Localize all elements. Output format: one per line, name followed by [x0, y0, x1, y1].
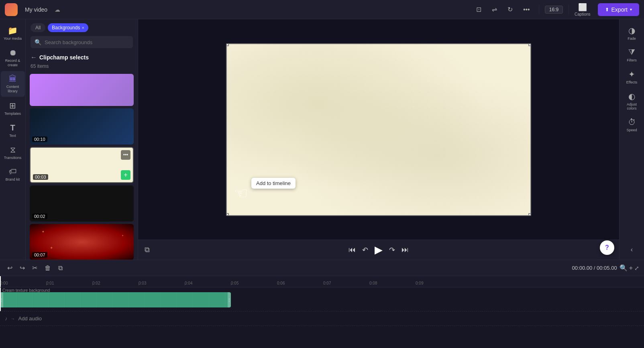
- thumb-add-button[interactable]: +: [121, 170, 130, 180]
- search-box[interactable]: 🔍: [31, 36, 133, 48]
- redo-button[interactable]: ↪: [17, 263, 27, 273]
- track-clip-label: Cream texture background: [2, 288, 50, 293]
- effects-icon: ✦: [628, 69, 635, 79]
- list-item[interactable]: ••• 00:03 +: [30, 147, 134, 183]
- right-item-effects[interactable]: ✦ Effects: [620, 66, 644, 88]
- cut-button[interactable]: ✂: [30, 263, 40, 273]
- sidebar-item-record[interactable]: ⏺ Record & create: [1, 45, 25, 71]
- svg-rect-1: [227, 44, 530, 215]
- timeline-toolbar: ↩ ↪ ✂ 🗑 ⧉ 00:00.00 / 00:05.00 🔍 + ⤢: [0, 260, 644, 276]
- arrow-icon: →: [11, 316, 15, 321]
- right-label-fade: Fade: [628, 37, 636, 41]
- toolbar-rotate[interactable]: ↻: [504, 4, 516, 15]
- delete-button[interactable]: 🗑: [42, 263, 53, 273]
- right-item-fade[interactable]: ◑ Fade: [620, 22, 644, 44]
- canvas-handle-br[interactable]: [528, 213, 531, 216]
- tab-close-icon[interactable]: ×: [82, 25, 84, 30]
- list-item[interactable]: [30, 74, 134, 106]
- canvas-handle-tr[interactable]: [528, 43, 531, 46]
- fade-icon: ◑: [628, 26, 635, 35]
- right-label-speed: Speed: [626, 128, 637, 132]
- forward-button[interactable]: ↷: [389, 246, 395, 254]
- add-audio-button[interactable]: Add audio: [18, 315, 42, 322]
- rewind-button[interactable]: ↶: [362, 246, 368, 254]
- skip-forward-button[interactable]: ⏭: [401, 246, 409, 254]
- zoom-out-button[interactable]: 🔍: [620, 264, 628, 272]
- pip-button[interactable]: ⧉: [145, 246, 150, 254]
- list-item[interactable]: 00:02: [30, 185, 134, 222]
- tab-all[interactable]: All: [31, 23, 45, 32]
- right-collapse-button[interactable]: ‹: [620, 243, 644, 256]
- left-sidebar: 📁 Your media ⏺ Record & create 🏛 Content…: [0, 19, 26, 260]
- sidebar-item-your-media[interactable]: 📁 Your media: [1, 22, 25, 44]
- app-logo: [5, 3, 18, 16]
- right-item-speed[interactable]: ⏱ Speed: [620, 114, 644, 135]
- right-label-filters: Filters: [627, 58, 637, 62]
- captions-button[interactable]: ⬜ Captions: [575, 3, 590, 16]
- unsaved-icon: ☁: [55, 6, 60, 13]
- project-title[interactable]: My video: [22, 5, 51, 14]
- filters-icon: ⧩: [628, 48, 635, 57]
- list-item[interactable]: 00:07 ✦ ✦ ✦: [30, 224, 134, 260]
- sidebar-label-record: Record & create: [2, 59, 23, 67]
- text-icon: T: [10, 123, 15, 132]
- right-item-adjust-colors[interactable]: ◐ Adjust colors: [620, 88, 644, 114]
- sidebar-label-brand-kit: Brand kit: [6, 177, 20, 182]
- sidebar-label-transitions: Transitions: [4, 156, 22, 160]
- items-count: 65 items: [26, 63, 138, 71]
- canvas-stage: [138, 19, 619, 240]
- sidebar-item-brand-kit[interactable]: 🏷 Brand kit: [1, 164, 25, 185]
- track-row: ⋮ ⋮: [0, 287, 644, 311]
- list-item[interactable]: 00:10: [30, 108, 134, 144]
- zoom-in-button[interactable]: +: [629, 264, 633, 272]
- breadcrumb-title: Clipchamp selects: [39, 54, 89, 61]
- right-item-filters[interactable]: ⧩ Filters: [620, 45, 644, 65]
- sidebar-item-content-library[interactable]: 🏛 Content library: [1, 71, 25, 97]
- collapse-icon: ‹: [631, 246, 633, 253]
- undo-button[interactable]: ↩: [5, 263, 15, 273]
- play-button[interactable]: ▶: [375, 244, 383, 256]
- toolbar-more[interactable]: •••: [520, 4, 533, 15]
- sidebar-label-your-media: Your media: [4, 37, 22, 41]
- sidebar-item-templates[interactable]: ⊞ Templates: [1, 98, 25, 119]
- playhead[interactable]: [0, 276, 1, 287]
- backgrounds-panel: All Backgrounds × 🔍 ← Clipchamp selects …: [26, 19, 138, 260]
- content-library-icon: 🏛: [9, 74, 17, 83]
- timeline-time-display: 00:00.00 / 00:05.00: [572, 265, 617, 271]
- music-icon: ♪: [5, 315, 8, 322]
- right-label-adjust-colors: Adjust colors: [622, 102, 642, 110]
- tab-backgrounds[interactable]: Backgrounds ×: [48, 23, 88, 32]
- export-button[interactable]: ⬆ Export ▾: [598, 3, 639, 16]
- duplicate-button[interactable]: ⧉: [56, 263, 65, 273]
- skip-back-button[interactable]: ⏮: [348, 246, 356, 254]
- timeline-tracks: Cream texture background ⋮ ⋮: [0, 287, 644, 348]
- canvas-handle-bl[interactable]: [226, 213, 229, 216]
- playback-controls: ⧉ ⏮ ↶ ▶ ↷ ⏭ ⤢: [138, 240, 619, 260]
- toolbar-crop[interactable]: ⊡: [473, 4, 485, 15]
- right-sidebar: ◑ Fade ⧩ Filters ✦ Effects ◐ Adjust colo…: [619, 19, 644, 260]
- timeline-area: ↩ ↪ ✂ 🗑 ⧉ 00:00.00 / 00:05.00 🔍 + ⤢ 0:00…: [0, 260, 644, 348]
- canvas-handle-tl[interactable]: [226, 43, 229, 46]
- help-button[interactable]: ?: [600, 240, 614, 255]
- ratio-badge[interactable]: 16:9: [545, 6, 563, 14]
- canvas-frame: [226, 43, 531, 216]
- search-input[interactable]: [45, 39, 129, 45]
- toolbar-flip[interactable]: ⇌: [489, 4, 500, 15]
- adjust-colors-icon: ◐: [628, 92, 635, 101]
- timeline-clip[interactable]: ⋮ ⋮: [0, 292, 231, 307]
- sidebar-label-content-library: Content library: [2, 85, 23, 94]
- templates-icon: ⊞: [9, 101, 16, 110]
- record-icon: ⏺: [9, 48, 17, 57]
- sidebar-label-templates: Templates: [4, 112, 21, 116]
- right-label-effects: Effects: [626, 80, 637, 84]
- sidebar-item-text[interactable]: T Text: [1, 120, 25, 141]
- timeline-ruler: 0:00 0:01 0:02 0:03 0:04 0:05 0:06 0:07 …: [0, 276, 644, 287]
- thumb-more-button[interactable]: •••: [121, 150, 130, 160]
- brand-kit-icon: 🏷: [9, 167, 17, 176]
- sidebar-label-text: Text: [9, 134, 16, 138]
- add-audio-row: ♪ → Add audio: [0, 311, 644, 326]
- back-button[interactable]: ←: [31, 54, 37, 61]
- sidebar-item-transitions[interactable]: ⧖ Transitions: [1, 142, 25, 163]
- add-to-timeline-tooltip: Add to timeline: [251, 178, 296, 189]
- fit-timeline-button[interactable]: ⤢: [634, 264, 639, 272]
